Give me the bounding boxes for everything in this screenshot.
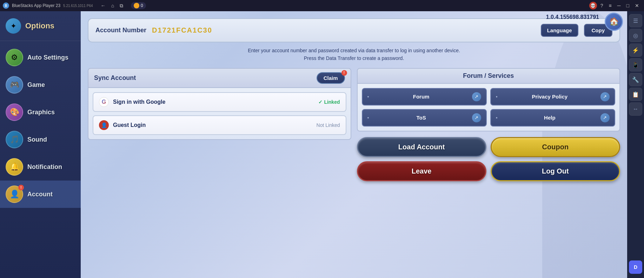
- minimize-btn[interactable]: ─: [615, 2, 623, 9]
- help-btn[interactable]: • Help ↗: [490, 109, 615, 127]
- forum-btn[interactable]: • Forum ↗: [362, 88, 487, 106]
- auto-settings-icon: ⚙: [6, 49, 23, 66]
- help-btn-label: Help: [544, 115, 556, 121]
- sidebar-item-game[interactable]: 🎮 Game: [0, 71, 81, 99]
- sidebar-item-label: Notification: [27, 163, 62, 171]
- sidebar-title: Options: [25, 21, 54, 30]
- google-login-btn[interactable]: G Sign in with Google ✓ Linked: [93, 92, 346, 112]
- nav-back-btn[interactable]: ←: [99, 2, 108, 9]
- right-sidebar-btn-2[interactable]: ◎: [629, 29, 642, 42]
- forum-body: • Forum ↗ • Privacy Policy ↗ • ToS ↗: [357, 84, 620, 131]
- forum-header-label: Forum / Services: [463, 72, 514, 79]
- claim-badge: !: [341, 70, 347, 76]
- load-account-button[interactable]: Load Account: [357, 137, 486, 157]
- sidebar-item-label: Account: [27, 191, 53, 198]
- sidebar-item-sound[interactable]: 🎵 Sound: [0, 126, 81, 153]
- description-line2: Press the Data Transfer to create a pass…: [304, 55, 404, 61]
- nav-home-btn[interactable]: ⌂: [109, 2, 116, 9]
- sidebar-header: ✦ Options: [0, 11, 81, 41]
- app-logo: B: [3, 2, 9, 9]
- coin-count: 0: [141, 3, 143, 8]
- app-title: BlueStacks App Player 23: [12, 3, 60, 8]
- graphics-icon: 🎨: [6, 103, 23, 121]
- right-sidebar-btn-5[interactable]: 🔧: [629, 73, 642, 86]
- account-icon: 👤 !: [6, 185, 23, 203]
- sidebar-item-auto-settings[interactable]: ⚙ Auto Settings: [0, 44, 81, 71]
- sync-body: G Sign in with Google ✓ Linked 👤 Gu: [88, 88, 351, 140]
- google-login-label: Sign in with Google: [113, 99, 314, 105]
- sidebar-item-label: Sound: [27, 136, 47, 143]
- sidebar-item-label: Game: [27, 81, 45, 89]
- guest-icon: 👤: [99, 120, 109, 130]
- language-button[interactable]: Language: [541, 24, 578, 37]
- main-area: ✦ Options ⚙ Auto Settings 🎮 Game 🎨 Graph…: [0, 11, 644, 278]
- claim-btn-label: Claim: [324, 75, 338, 81]
- sidebar-item-account[interactable]: 👤 ! Account: [0, 181, 81, 208]
- home-icon-btn[interactable]: 🏠: [605, 13, 623, 31]
- right-sidebar-btn-1[interactable]: ☰: [629, 14, 642, 27]
- notification-icon: 🔔: [6, 158, 23, 176]
- help-arrow-icon: ↗: [600, 113, 610, 122]
- forum-btn-label: Forum: [413, 94, 430, 100]
- privacy-arrow-icon: ↗: [600, 92, 610, 101]
- sync-account-label: Sync Account: [94, 74, 136, 82]
- privacy-btn[interactable]: • Privacy Policy ↗: [490, 88, 615, 106]
- account-number-value: D1721FCA1C30: [152, 26, 535, 34]
- tos-arrow-icon: ↗: [472, 113, 481, 122]
- right-sidebar: ☰ ◎ ⚡ 📱 🔧 📋 ↔ D: [627, 11, 644, 278]
- sound-icon: 🎵: [6, 131, 23, 148]
- sidebar-menu: ⚙ Auto Settings 🎮 Game 🎨 Graphics 🎵 Soun…: [0, 41, 81, 278]
- google-linked-status: ✓ Linked: [318, 99, 340, 105]
- skull-icon: 💀: [589, 2, 597, 9]
- titlebar-nav: ← ⌂ ⧉: [99, 2, 125, 9]
- forum-arrow-icon: ↗: [472, 92, 481, 101]
- sidebar-item-label: Graphics: [27, 109, 55, 116]
- nav-copy-btn[interactable]: ⧉: [118, 2, 125, 9]
- titlebar: B BlueStacks App Player 23 5.21.615.1011…: [0, 0, 644, 11]
- app-version: 5.21.615.1011 P64: [63, 4, 93, 8]
- right-sidebar-btn-6[interactable]: 📋: [629, 88, 642, 101]
- tos-btn[interactable]: • ToS ↗: [362, 109, 487, 127]
- bottom-buttons: Load Account Coupon Leave Log Out: [357, 137, 620, 181]
- coin-icon: [134, 3, 139, 8]
- discord-button[interactable]: D: [629, 260, 642, 274]
- coin-display: 0: [131, 2, 146, 9]
- help-btn[interactable]: ?: [598, 2, 605, 9]
- google-icon: G: [99, 97, 109, 107]
- right-sidebar-btn-4[interactable]: 📱: [629, 58, 642, 72]
- sidebar-header-icon: ✦: [6, 18, 21, 34]
- close-btn[interactable]: ✕: [633, 2, 641, 9]
- tos-btn-label: ToS: [416, 115, 426, 121]
- account-number-label: Account Number: [95, 27, 146, 34]
- maximize-btn[interactable]: □: [624, 2, 631, 9]
- account-bar: Account Number D1721FCA1C30 Language Cop…: [88, 18, 620, 42]
- right-sidebar-btn-7[interactable]: ↔: [629, 102, 642, 116]
- description-line1: Enter your account number and password c…: [248, 48, 460, 53]
- game-icon: 🎮: [6, 76, 23, 94]
- coupon-button[interactable]: Coupon: [491, 137, 620, 157]
- leave-button[interactable]: Leave: [357, 161, 486, 181]
- forum-section: Forum / Services • Forum ↗ • Privacy Pol…: [357, 68, 620, 181]
- claim-button[interactable]: Claim !: [317, 72, 345, 84]
- description: Enter your account number and password c…: [88, 47, 620, 62]
- guest-login-btn[interactable]: 👤 Guest Login Not Linked: [93, 115, 346, 135]
- sidebar-item-graphics[interactable]: 🎨 Graphics: [0, 99, 81, 126]
- right-sidebar-btn-3[interactable]: ⚡: [629, 43, 642, 57]
- sidebar-item-label: Auto Settings: [27, 54, 68, 61]
- sidebar-item-notification[interactable]: 🔔 Notification: [0, 153, 81, 181]
- menu-btn[interactable]: ≡: [606, 2, 613, 9]
- guest-login-label: Guest Login: [113, 122, 312, 128]
- logout-button[interactable]: Log Out: [491, 161, 620, 181]
- guest-linked-status: Not Linked: [317, 122, 340, 128]
- account-badge: !: [18, 185, 24, 190]
- forum-header: Forum / Services: [357, 68, 620, 84]
- content-panel: 1.0.4.155698.831791 🏠 Account Number D17…: [81, 11, 627, 278]
- sync-header-bar: Sync Account Claim !: [88, 68, 351, 88]
- privacy-btn-label: Privacy Policy: [532, 94, 567, 100]
- checkmark-icon: ✓: [318, 99, 323, 105]
- version-number: 1.0.4.155698.831791: [546, 14, 599, 20]
- two-columns-layout: Sync Account Claim ! G Sign in with Goog…: [88, 68, 620, 181]
- sidebar: ✦ Options ⚙ Auto Settings 🎮 Game 🎨 Graph…: [0, 11, 81, 278]
- sync-account-section: Sync Account Claim ! G Sign in with Goog…: [88, 68, 351, 181]
